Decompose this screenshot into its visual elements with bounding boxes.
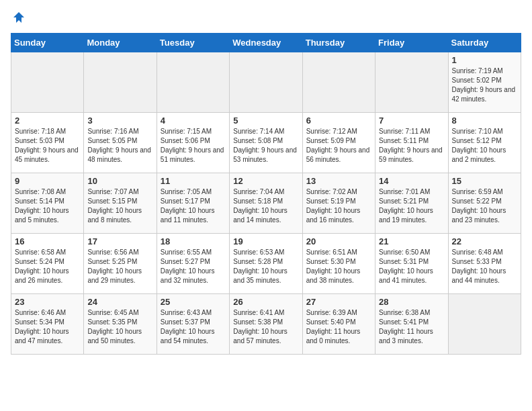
day-cell: 2Sunrise: 7:18 AM Sunset: 5:03 PM Daylig…	[11, 113, 84, 173]
day-number: 26	[233, 297, 298, 307]
header-row: SundayMondayTuesdayWednesdayThursdayFrid…	[11, 34, 521, 52]
day-cell: 19Sunrise: 6:53 AM Sunset: 5:28 PM Dayli…	[230, 234, 302, 294]
page-header	[11, 11, 521, 28]
day-cell: 11Sunrise: 7:05 AM Sunset: 5:17 PM Dayli…	[157, 173, 229, 234]
day-number: 3	[87, 116, 152, 126]
day-info: Sunrise: 7:10 AM Sunset: 5:12 PM Dayligh…	[452, 127, 517, 165]
day-number: 25	[161, 297, 226, 307]
day-info: Sunrise: 6:51 AM Sunset: 5:30 PM Dayligh…	[306, 248, 371, 285]
week-row: 16Sunrise: 6:58 AM Sunset: 5:24 PM Dayli…	[11, 234, 521, 294]
day-number: 15	[452, 176, 517, 186]
column-header-friday: Friday	[375, 34, 448, 52]
day-info: Sunrise: 7:14 AM Sunset: 5:08 PM Dayligh…	[233, 127, 298, 165]
day-cell	[11, 52, 84, 113]
day-number: 24	[87, 297, 152, 307]
day-info: Sunrise: 6:41 AM Sunset: 5:38 PM Dayligh…	[233, 308, 298, 346]
column-header-sunday: Sunday	[11, 34, 84, 52]
day-number: 13	[306, 176, 371, 186]
day-cell	[84, 52, 157, 113]
day-cell: 10Sunrise: 7:07 AM Sunset: 5:15 PM Dayli…	[84, 173, 157, 234]
column-header-thursday: Thursday	[302, 34, 375, 52]
day-number: 4	[161, 116, 226, 126]
day-info: Sunrise: 7:02 AM Sunset: 5:19 PM Dayligh…	[306, 187, 371, 225]
day-info: Sunrise: 7:01 AM Sunset: 5:21 PM Dayligh…	[379, 187, 444, 225]
day-number: 10	[87, 176, 152, 186]
column-header-monday: Monday	[84, 34, 157, 52]
day-number: 1	[452, 55, 517, 65]
day-info: Sunrise: 6:50 AM Sunset: 5:31 PM Dayligh…	[379, 248, 444, 285]
day-cell: 20Sunrise: 6:51 AM Sunset: 5:30 PM Dayli…	[302, 234, 375, 294]
day-info: Sunrise: 7:08 AM Sunset: 5:14 PM Dayligh…	[15, 187, 80, 225]
day-info: Sunrise: 7:04 AM Sunset: 5:18 PM Dayligh…	[233, 187, 298, 225]
day-cell: 22Sunrise: 6:48 AM Sunset: 5:33 PM Dayli…	[448, 234, 521, 294]
week-row: 2Sunrise: 7:18 AM Sunset: 5:03 PM Daylig…	[11, 113, 521, 173]
week-row: 23Sunrise: 6:46 AM Sunset: 5:34 PM Dayli…	[11, 294, 521, 355]
day-number: 17	[87, 236, 152, 246]
day-info: Sunrise: 7:15 AM Sunset: 5:06 PM Dayligh…	[161, 127, 226, 165]
day-info: Sunrise: 6:38 AM Sunset: 5:41 PM Dayligh…	[379, 308, 444, 346]
day-info: Sunrise: 6:48 AM Sunset: 5:33 PM Dayligh…	[452, 248, 517, 285]
week-row: 1Sunrise: 7:19 AM Sunset: 5:02 PM Daylig…	[11, 52, 521, 113]
day-cell	[375, 52, 448, 113]
day-info: Sunrise: 6:59 AM Sunset: 5:22 PM Dayligh…	[452, 187, 517, 225]
day-cell: 17Sunrise: 6:56 AM Sunset: 5:25 PM Dayli…	[84, 234, 157, 294]
day-cell: 16Sunrise: 6:58 AM Sunset: 5:24 PM Dayli…	[11, 234, 84, 294]
day-info: Sunrise: 6:45 AM Sunset: 5:35 PM Dayligh…	[87, 308, 152, 346]
day-cell	[448, 294, 521, 355]
day-cell: 13Sunrise: 7:02 AM Sunset: 5:19 PM Dayli…	[302, 173, 375, 234]
day-number: 11	[161, 176, 226, 186]
day-info: Sunrise: 6:43 AM Sunset: 5:37 PM Dayligh…	[161, 308, 226, 346]
day-number: 16	[15, 236, 80, 246]
day-number: 23	[15, 297, 80, 307]
day-cell: 12Sunrise: 7:04 AM Sunset: 5:18 PM Dayli…	[230, 173, 302, 234]
day-number: 21	[379, 236, 444, 246]
day-number: 6	[306, 116, 371, 126]
day-cell: 9Sunrise: 7:08 AM Sunset: 5:14 PM Daylig…	[11, 173, 84, 234]
day-info: Sunrise: 6:46 AM Sunset: 5:34 PM Dayligh…	[15, 308, 80, 346]
day-cell	[157, 52, 229, 113]
day-number: 14	[379, 176, 444, 186]
day-info: Sunrise: 7:16 AM Sunset: 5:05 PM Dayligh…	[87, 127, 152, 165]
day-info: Sunrise: 6:56 AM Sunset: 5:25 PM Dayligh…	[87, 248, 152, 285]
day-info: Sunrise: 6:58 AM Sunset: 5:24 PM Dayligh…	[15, 248, 80, 285]
day-cell: 5Sunrise: 7:14 AM Sunset: 5:08 PM Daylig…	[230, 113, 302, 173]
day-cell: 21Sunrise: 6:50 AM Sunset: 5:31 PM Dayli…	[375, 234, 448, 294]
day-info: Sunrise: 7:11 AM Sunset: 5:11 PM Dayligh…	[379, 127, 444, 165]
day-cell: 3Sunrise: 7:16 AM Sunset: 5:05 PM Daylig…	[84, 113, 157, 173]
day-cell: 14Sunrise: 7:01 AM Sunset: 5:21 PM Dayli…	[375, 173, 448, 234]
day-info: Sunrise: 7:07 AM Sunset: 5:15 PM Dayligh…	[87, 187, 152, 225]
day-cell: 28Sunrise: 6:38 AM Sunset: 5:41 PM Dayli…	[375, 294, 448, 355]
day-info: Sunrise: 7:12 AM Sunset: 5:09 PM Dayligh…	[306, 127, 371, 165]
day-cell: 24Sunrise: 6:45 AM Sunset: 5:35 PM Dayli…	[84, 294, 157, 355]
day-number: 2	[15, 116, 80, 126]
day-cell: 1Sunrise: 7:19 AM Sunset: 5:02 PM Daylig…	[448, 52, 521, 113]
logo-icon	[12, 11, 26, 24]
day-cell: 23Sunrise: 6:46 AM Sunset: 5:34 PM Dayli…	[11, 294, 84, 355]
day-cell: 7Sunrise: 7:11 AM Sunset: 5:11 PM Daylig…	[375, 113, 448, 173]
day-number: 7	[379, 116, 444, 126]
day-cell: 4Sunrise: 7:15 AM Sunset: 5:06 PM Daylig…	[157, 113, 229, 173]
day-number: 28	[379, 297, 444, 307]
day-number: 27	[306, 297, 371, 307]
day-cell: 25Sunrise: 6:43 AM Sunset: 5:37 PM Dayli…	[157, 294, 229, 355]
day-cell	[302, 52, 375, 113]
day-info: Sunrise: 6:53 AM Sunset: 5:28 PM Dayligh…	[233, 248, 298, 285]
day-cell: 27Sunrise: 6:39 AM Sunset: 5:40 PM Dayli…	[302, 294, 375, 355]
day-cell: 15Sunrise: 6:59 AM Sunset: 5:22 PM Dayli…	[448, 173, 521, 234]
logo	[11, 11, 26, 28]
day-info: Sunrise: 7:19 AM Sunset: 5:02 PM Dayligh…	[452, 66, 517, 104]
day-number: 5	[233, 116, 298, 126]
day-number: 18	[161, 236, 226, 246]
column-header-saturday: Saturday	[448, 34, 521, 52]
calendar-table: SundayMondayTuesdayWednesdayThursdayFrid…	[11, 33, 521, 355]
day-info: Sunrise: 6:39 AM Sunset: 5:40 PM Dayligh…	[306, 308, 371, 346]
day-info: Sunrise: 6:55 AM Sunset: 5:27 PM Dayligh…	[161, 248, 226, 285]
day-number: 19	[233, 236, 298, 246]
week-row: 9Sunrise: 7:08 AM Sunset: 5:14 PM Daylig…	[11, 173, 521, 234]
column-header-tuesday: Tuesday	[157, 34, 229, 52]
day-cell: 26Sunrise: 6:41 AM Sunset: 5:38 PM Dayli…	[230, 294, 302, 355]
day-number: 22	[452, 236, 517, 246]
day-info: Sunrise: 7:05 AM Sunset: 5:17 PM Dayligh…	[161, 187, 226, 225]
logo-text	[11, 11, 26, 28]
day-number: 9	[15, 176, 80, 186]
